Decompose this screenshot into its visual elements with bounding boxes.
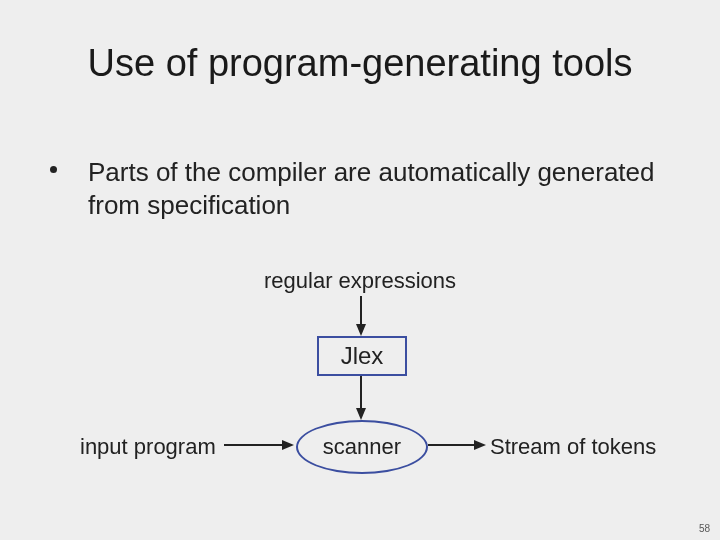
bullet-item: Parts of the compiler are automatically … bbox=[70, 156, 660, 221]
svg-marker-7 bbox=[474, 440, 486, 450]
label-input-program: input program bbox=[80, 434, 216, 460]
ellipse-scanner: scanner bbox=[296, 420, 428, 474]
label-jlex: Jlex bbox=[341, 342, 384, 370]
arrow-right-icon bbox=[224, 440, 294, 450]
svg-marker-3 bbox=[356, 408, 366, 420]
page-number: 58 bbox=[699, 523, 710, 534]
label-stream-of-tokens: Stream of tokens bbox=[490, 434, 656, 460]
slide-title: Use of program-generating tools bbox=[0, 42, 720, 85]
label-regular-expressions: regular expressions bbox=[0, 268, 720, 294]
bullet-dot-icon bbox=[50, 166, 57, 173]
slide: Use of program-generating tools Parts of… bbox=[0, 0, 720, 540]
bullet-text: Parts of the compiler are automatically … bbox=[70, 156, 660, 221]
box-jlex: Jlex bbox=[317, 336, 407, 376]
svg-marker-1 bbox=[356, 324, 366, 336]
arrow-down-icon bbox=[356, 376, 366, 420]
arrow-down-icon bbox=[356, 296, 366, 336]
arrow-right-icon bbox=[428, 440, 486, 450]
svg-marker-5 bbox=[282, 440, 294, 450]
label-scanner: scanner bbox=[323, 434, 401, 460]
